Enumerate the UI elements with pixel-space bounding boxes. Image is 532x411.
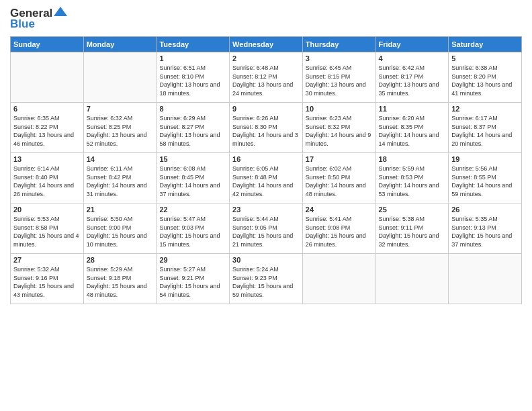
day-info: Sunrise: 5:44 AMSunset: 9:05 PMDaylight:… [232, 215, 300, 248]
day-number: 12 [451, 105, 519, 113]
day-info: Sunrise: 6:02 AMSunset: 8:50 PMDaylight:… [306, 165, 373, 198]
calendar-cell: 14Sunrise: 6:11 AMSunset: 8:42 PMDayligh… [83, 153, 157, 203]
day-info: Sunrise: 6:14 AMSunset: 8:40 PMDaylight:… [13, 165, 81, 198]
weekday-header-friday: Friday [375, 37, 449, 52]
calendar-cell: 4Sunrise: 6:42 AMSunset: 8:17 PMDaylight… [375, 52, 449, 103]
calendar-cell: 13Sunrise: 6:14 AMSunset: 8:40 PMDayligh… [11, 153, 84, 203]
day-number: 8 [159, 105, 226, 113]
calendar: SundayMondayTuesdayWednesdayThursdayFrid… [10, 36, 522, 304]
calendar-cell: 20Sunrise: 5:53 AMSunset: 8:58 PMDayligh… [11, 203, 84, 254]
day-number: 19 [451, 155, 519, 163]
calendar-cell: 2Sunrise: 6:48 AMSunset: 8:12 PMDaylight… [230, 52, 303, 103]
svg-marker-0 [54, 7, 67, 16]
calendar-cell: 1Sunrise: 6:51 AMSunset: 8:10 PMDaylight… [157, 52, 230, 103]
calendar-cell: 9Sunrise: 6:26 AMSunset: 8:30 PMDaylight… [230, 103, 303, 153]
day-number: 23 [232, 205, 300, 214]
day-info: Sunrise: 6:29 AMSunset: 8:27 PMDaylight:… [159, 114, 226, 148]
day-number: 20 [13, 205, 81, 214]
calendar-week-1: 1Sunrise: 6:51 AMSunset: 8:10 PMDaylight… [11, 52, 522, 103]
day-info: Sunrise: 6:08 AMSunset: 8:45 PMDaylight:… [159, 165, 226, 198]
day-number: 15 [159, 155, 226, 163]
day-info: Sunrise: 5:59 AMSunset: 8:53 PMDaylight:… [379, 165, 446, 198]
calendar-cell [302, 254, 375, 304]
calendar-cell: 27Sunrise: 5:32 AMSunset: 9:16 PMDayligh… [11, 254, 84, 304]
day-number: 7 [87, 105, 154, 113]
day-info: Sunrise: 6:48 AMSunset: 8:12 PMDaylight:… [232, 64, 300, 97]
day-info: Sunrise: 5:32 AMSunset: 9:16 PMDaylight:… [13, 265, 81, 299]
calendar-cell: 6Sunrise: 6:35 AMSunset: 8:22 PMDaylight… [11, 103, 84, 153]
day-number: 14 [87, 155, 154, 163]
day-number: 17 [306, 155, 373, 163]
header: General Blue [10, 7, 522, 31]
calendar-cell: 26Sunrise: 5:35 AMSunset: 9:13 PMDayligh… [449, 203, 522, 254]
day-number: 2 [232, 54, 300, 62]
day-number: 6 [13, 105, 81, 113]
day-number: 16 [232, 155, 300, 163]
calendar-cell: 23Sunrise: 5:44 AMSunset: 9:05 PMDayligh… [230, 203, 303, 254]
calendar-cell [375, 254, 449, 304]
day-info: Sunrise: 5:41 AMSunset: 9:08 PMDaylight:… [306, 215, 373, 248]
calendar-cell: 15Sunrise: 6:08 AMSunset: 8:45 PMDayligh… [157, 153, 230, 203]
calendar-cell: 16Sunrise: 6:05 AMSunset: 8:48 PMDayligh… [230, 153, 303, 203]
day-number: 5 [451, 54, 519, 62]
day-number: 10 [306, 105, 373, 113]
calendar-cell: 10Sunrise: 6:23 AMSunset: 8:32 PMDayligh… [302, 103, 375, 153]
day-number: 25 [379, 205, 446, 214]
day-info: Sunrise: 5:53 AMSunset: 8:58 PMDaylight:… [13, 215, 81, 248]
logo: General Blue [10, 7, 67, 31]
day-info: Sunrise: 6:17 AMSunset: 8:37 PMDaylight:… [451, 114, 519, 148]
day-number: 27 [13, 256, 81, 264]
calendar-header-row: SundayMondayTuesdayWednesdayThursdayFrid… [11, 37, 522, 52]
calendar-cell: 18Sunrise: 5:59 AMSunset: 8:53 PMDayligh… [375, 153, 449, 203]
calendar-cell: 22Sunrise: 5:47 AMSunset: 9:03 PMDayligh… [157, 203, 230, 254]
calendar-week-4: 20Sunrise: 5:53 AMSunset: 8:58 PMDayligh… [11, 203, 522, 254]
calendar-cell: 7Sunrise: 6:32 AMSunset: 8:25 PMDaylight… [83, 103, 157, 153]
calendar-week-5: 27Sunrise: 5:32 AMSunset: 9:16 PMDayligh… [11, 254, 522, 304]
calendar-week-2: 6Sunrise: 6:35 AMSunset: 8:22 PMDaylight… [11, 103, 522, 153]
day-number: 26 [451, 205, 519, 214]
day-info: Sunrise: 5:50 AMSunset: 9:00 PMDaylight:… [87, 215, 154, 248]
day-info: Sunrise: 5:47 AMSunset: 9:03 PMDaylight:… [159, 215, 226, 248]
calendar-cell: 28Sunrise: 5:29 AMSunset: 9:18 PMDayligh… [83, 254, 157, 304]
calendar-cell [11, 52, 84, 103]
day-number: 28 [87, 256, 154, 264]
weekday-header-tuesday: Tuesday [157, 37, 230, 52]
day-info: Sunrise: 6:23 AMSunset: 8:32 PMDaylight:… [306, 114, 373, 148]
day-number: 1 [159, 54, 226, 62]
day-number: 13 [13, 155, 81, 163]
calendar-cell: 12Sunrise: 6:17 AMSunset: 8:37 PMDayligh… [449, 103, 522, 153]
calendar-cell: 19Sunrise: 5:56 AMSunset: 8:55 PMDayligh… [449, 153, 522, 203]
day-info: Sunrise: 6:51 AMSunset: 8:10 PMDaylight:… [159, 64, 226, 97]
day-info: Sunrise: 6:11 AMSunset: 8:42 PMDaylight:… [87, 165, 154, 198]
calendar-cell: 8Sunrise: 6:29 AMSunset: 8:27 PMDaylight… [157, 103, 230, 153]
day-number: 30 [232, 256, 300, 264]
day-number: 11 [379, 105, 446, 113]
day-number: 9 [232, 105, 300, 113]
calendar-cell: 24Sunrise: 5:41 AMSunset: 9:08 PMDayligh… [302, 203, 375, 254]
day-info: Sunrise: 6:05 AMSunset: 8:48 PMDaylight:… [232, 165, 300, 198]
weekday-header-saturday: Saturday [449, 37, 522, 52]
day-info: Sunrise: 5:38 AMSunset: 9:11 PMDaylight:… [379, 215, 446, 248]
day-info: Sunrise: 5:29 AMSunset: 9:18 PMDaylight:… [87, 265, 154, 299]
day-number: 18 [379, 155, 446, 163]
calendar-cell: 3Sunrise: 6:45 AMSunset: 8:15 PMDaylight… [302, 52, 375, 103]
day-info: Sunrise: 5:24 AMSunset: 9:23 PMDaylight:… [232, 265, 300, 299]
calendar-cell: 25Sunrise: 5:38 AMSunset: 9:11 PMDayligh… [375, 203, 449, 254]
day-info: Sunrise: 5:35 AMSunset: 9:13 PMDaylight:… [451, 215, 519, 248]
day-info: Sunrise: 6:42 AMSunset: 8:17 PMDaylight:… [379, 64, 446, 97]
weekday-header-wednesday: Wednesday [230, 37, 303, 52]
day-info: Sunrise: 6:20 AMSunset: 8:35 PMDaylight:… [379, 114, 446, 148]
calendar-cell [449, 254, 522, 304]
day-number: 29 [159, 256, 226, 264]
page: General Blue SundayMondayTuesdayWednesda… [0, 0, 532, 411]
calendar-cell: 21Sunrise: 5:50 AMSunset: 9:00 PMDayligh… [83, 203, 157, 254]
day-number: 22 [159, 205, 226, 214]
day-number: 3 [306, 54, 373, 62]
day-number: 24 [306, 205, 373, 214]
calendar-cell: 30Sunrise: 5:24 AMSunset: 9:23 PMDayligh… [230, 254, 303, 304]
calendar-cell: 29Sunrise: 5:27 AMSunset: 9:21 PMDayligh… [157, 254, 230, 304]
weekday-header-monday: Monday [83, 37, 157, 52]
calendar-cell [83, 52, 157, 103]
day-info: Sunrise: 6:35 AMSunset: 8:22 PMDaylight:… [13, 114, 81, 148]
day-number: 21 [87, 205, 154, 214]
